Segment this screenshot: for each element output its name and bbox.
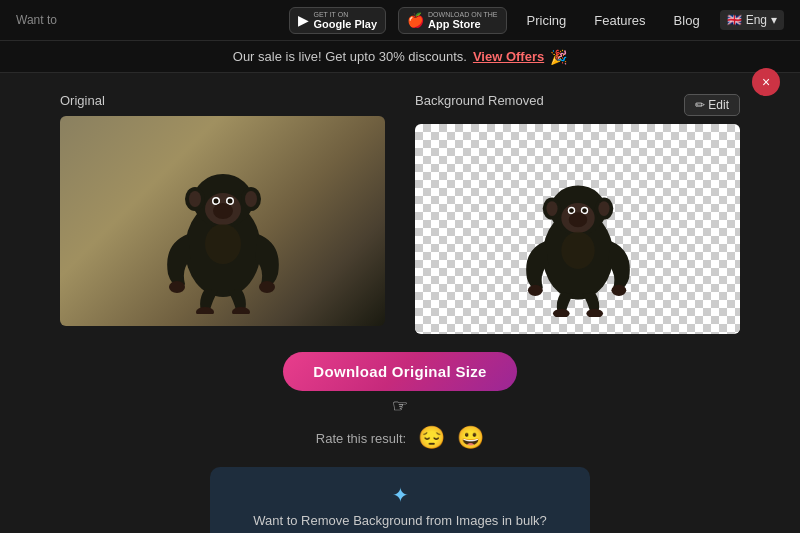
svg-point-35 xyxy=(552,308,569,316)
nav-features[interactable]: Features xyxy=(586,9,653,32)
google-play-store-name: Google Play xyxy=(313,18,377,30)
svg-point-29 xyxy=(582,208,587,213)
promo-text: Our sale is live! Get upto 30% discounts… xyxy=(233,49,467,64)
svg-point-34 xyxy=(611,284,626,295)
svg-point-24 xyxy=(598,201,609,216)
svg-point-10 xyxy=(227,198,232,203)
svg-point-14 xyxy=(169,281,185,293)
app-store-label: Download on the xyxy=(428,11,498,18)
close-button[interactable]: × xyxy=(752,68,780,96)
original-image-container xyxy=(60,116,385,326)
navbar: Want to ▶ GET IT ON Google Play 🍎 Downlo… xyxy=(0,0,800,41)
chimp-original-svg xyxy=(153,129,293,314)
svg-point-18 xyxy=(205,224,241,264)
svg-point-11 xyxy=(213,203,233,219)
rating-sad-button[interactable]: 😔 xyxy=(418,425,445,451)
flag-icon: 🇬🇧 xyxy=(727,13,742,27)
bg-removed-label: Background Removed xyxy=(415,93,544,108)
svg-point-23 xyxy=(546,201,557,216)
lang-label: Eng xyxy=(746,13,767,27)
promo-emoji: 🎉 xyxy=(550,49,567,65)
svg-point-30 xyxy=(568,212,587,227)
main-content: Original xyxy=(0,73,800,533)
chevron-down-icon: ▾ xyxy=(771,13,777,27)
original-label: Original xyxy=(60,93,385,108)
rating-label: Rate this result: xyxy=(316,431,406,446)
cta-title: Want to Remove Background from Images in… xyxy=(234,513,566,528)
bg-removed-panel: Background Removed ✏ Edit xyxy=(415,93,740,334)
svg-point-33 xyxy=(527,284,542,295)
svg-point-17 xyxy=(232,307,250,314)
download-button[interactable]: Download Original Size xyxy=(283,352,516,391)
original-panel: Original xyxy=(60,93,385,334)
svg-point-9 xyxy=(213,198,218,203)
promo-banner: Our sale is live! Get upto 30% discounts… xyxy=(0,41,800,73)
bg-removed-panel-header: Background Removed ✏ Edit xyxy=(415,93,740,116)
svg-point-15 xyxy=(259,281,275,293)
svg-point-16 xyxy=(196,307,214,314)
navbar-promo-text: Want to xyxy=(16,13,57,27)
google-play-text: GET IT ON Google Play xyxy=(313,11,377,30)
language-selector[interactable]: 🇬🇧 Eng ▾ xyxy=(720,10,784,30)
app-store-button[interactable]: 🍎 Download on the App Store xyxy=(398,7,507,34)
cta-icon: ✦ xyxy=(234,483,566,507)
nav-pricing[interactable]: Pricing xyxy=(519,9,575,32)
svg-point-4 xyxy=(189,191,201,207)
chimp-removed-svg xyxy=(513,142,643,317)
edit-button[interactable]: ✏ Edit xyxy=(684,94,740,116)
image-comparison-row: Original xyxy=(60,93,740,334)
view-offers-link[interactable]: View Offers xyxy=(473,49,544,64)
svg-point-5 xyxy=(245,191,257,207)
cta-banner: ✦ Want to Remove Background from Images … xyxy=(210,467,590,533)
svg-point-37 xyxy=(561,231,594,268)
google-play-button[interactable]: ▶ GET IT ON Google Play xyxy=(289,7,386,34)
app-store-text: Download on the App Store xyxy=(428,11,498,30)
google-play-label: GET IT ON xyxy=(313,11,377,18)
svg-point-28 xyxy=(569,208,574,213)
apple-icon: 🍎 xyxy=(407,12,424,28)
bg-removed-image xyxy=(415,124,740,334)
google-play-icon: ▶ xyxy=(298,12,309,28)
app-store-name: App Store xyxy=(428,18,498,30)
cursor-indicator: ☞ xyxy=(392,395,408,417)
original-image xyxy=(60,116,385,326)
nav-blog[interactable]: Blog xyxy=(666,9,708,32)
cursor-icon: ☞ xyxy=(392,396,408,416)
rating-happy-button[interactable]: 😀 xyxy=(457,425,484,451)
svg-point-36 xyxy=(586,308,603,316)
bg-removed-image-container xyxy=(415,124,740,334)
rating-row: Rate this result: 😔 😀 xyxy=(316,425,484,451)
